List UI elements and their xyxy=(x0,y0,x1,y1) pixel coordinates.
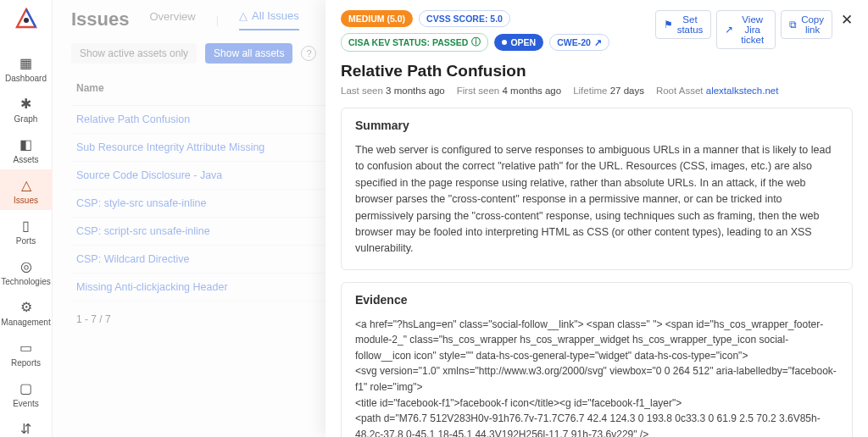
nav-label: Reports xyxy=(11,358,41,368)
nav-label: Technologies xyxy=(1,277,50,286)
tag-cwe[interactable]: CWE-20 ↗ xyxy=(549,34,609,51)
evidence-heading: Evidence xyxy=(342,283,852,317)
meta-label: Lifetime xyxy=(573,86,607,96)
meta-label: Last seen xyxy=(341,86,383,96)
set-status-button[interactable]: ⚑Set status xyxy=(655,10,712,39)
meta-value: 4 months ago xyxy=(502,86,561,96)
events-icon: ▢ xyxy=(18,379,35,396)
evidence-line: <title id="facebook-f1">facebook-f icon<… xyxy=(355,396,838,412)
tag-label: CWE-20 xyxy=(557,37,591,47)
tag-status: OPEN xyxy=(494,34,543,51)
btn-label: Copy link xyxy=(801,14,824,35)
reports-icon: ▭ xyxy=(18,339,35,356)
issue-link[interactable]: CSP: style-src unsafe-inline xyxy=(76,197,207,209)
ports-icon: ▯ xyxy=(18,217,35,234)
nav-assets[interactable]: ◧Assets xyxy=(0,129,53,169)
tag-severity: MEDIUM (5.0) xyxy=(341,10,413,27)
nav-management[interactable]: ⚙Management xyxy=(0,291,53,332)
issue-link[interactable]: Missing Anti-clickjacking Header xyxy=(76,281,228,293)
flag-icon: ⚑ xyxy=(664,19,673,30)
summary-heading: Summary xyxy=(342,108,852,142)
nav-reports[interactable]: ▭Reports xyxy=(0,332,53,373)
nav-label: Dashboard xyxy=(5,74,47,83)
root-asset-link[interactable]: alextalkstech.net xyxy=(706,86,779,96)
nav-events[interactable]: ▢Events xyxy=(0,373,53,413)
copy-icon: ⧉ xyxy=(789,19,797,30)
evidence-line: <a href="?hsLang=en" class="social-follo… xyxy=(355,317,838,364)
page-title: Issues xyxy=(71,8,130,30)
nav-technologies[interactable]: ◎Technologies xyxy=(0,251,53,291)
meta-value: 27 days xyxy=(610,86,644,96)
issue-link[interactable]: Sub Resource Integrity Attribute Missing xyxy=(76,141,264,153)
view-jira-button[interactable]: ↗View Jira ticket xyxy=(716,10,776,49)
nav-integrations[interactable]: ⇵Integrations xyxy=(0,413,53,437)
nav-label: Management xyxy=(1,318,50,327)
nav-label: Issues xyxy=(14,196,38,205)
evidence-line: <path d="M76.7 512V283H0v-91h76.7v-71.7C… xyxy=(355,411,838,437)
meta-label: First seen xyxy=(457,86,500,96)
tag-cvss: CVSS SCORE: 5.0 xyxy=(419,10,510,27)
warning-icon: △ xyxy=(239,9,248,22)
tech-icon: ◎ xyxy=(18,257,35,274)
help-icon[interactable]: ⓘ xyxy=(471,36,481,48)
evidence-body: <a href="?hsLang=en" class="social-follo… xyxy=(342,317,852,437)
issue-link[interactable]: CSP: script-src unsafe-inline xyxy=(76,225,210,237)
svg-point-0 xyxy=(24,18,29,23)
dashboard-icon: ▦ xyxy=(18,54,35,71)
evidence-line: <svg version="1.0" xmlns="http://www.w3.… xyxy=(355,363,838,395)
nav-ports[interactable]: ▯Ports xyxy=(0,210,53,251)
meta-value: 3 months ago xyxy=(386,86,445,96)
nav-sidebar: ▦Dashboard ✱Graph ◧Assets △Issues ▯Ports… xyxy=(0,0,53,437)
dot-icon xyxy=(502,40,507,45)
app-logo[interactable] xyxy=(12,7,41,32)
nav-label: Ports xyxy=(16,236,36,246)
divider: | xyxy=(216,14,219,26)
nav-label: Events xyxy=(13,399,39,408)
tag-cisa: CISA KEV STATUS: PASSED ⓘ xyxy=(341,33,488,52)
tag-row: MEDIUM (5.0) CVSS SCORE: 5.0 CISA KEV ST… xyxy=(341,10,655,52)
issue-title: Relative Path Confusion xyxy=(341,62,853,80)
tag-label: OPEN xyxy=(510,37,536,47)
tab-overview[interactable]: Overview xyxy=(150,10,196,30)
summary-card: Summary The web server is configured to … xyxy=(341,108,853,270)
issues-icon: △ xyxy=(18,176,35,193)
nav-issues[interactable]: △Issues xyxy=(0,169,53,210)
issue-link[interactable]: Source Code Disclosure - Java xyxy=(76,169,222,181)
nav-graph[interactable]: ✱Graph xyxy=(0,88,53,129)
meta-label: Root Asset xyxy=(656,86,704,96)
evidence-card: Evidence <a href="?hsLang=en" class="soc… xyxy=(341,282,853,437)
drawer-actions: ⚑Set status ↗View Jira ticket ⧉Copy link… xyxy=(655,10,853,49)
btn-label: Set status xyxy=(677,14,704,35)
external-link-icon: ↗ xyxy=(725,24,733,36)
tab-label: All Issues xyxy=(252,9,299,22)
issue-link[interactable]: Relative Path Confusion xyxy=(76,113,190,125)
gear-icon: ⚙ xyxy=(18,298,35,315)
tab-all-issues[interactable]: △All Issues xyxy=(239,9,299,30)
nav-dashboard[interactable]: ▦Dashboard xyxy=(0,47,53,88)
close-icon[interactable]: ✕ xyxy=(841,10,853,29)
nav-label: Graph xyxy=(14,114,38,124)
issue-drawer: MEDIUM (5.0) CVSS SCORE: 5.0 CISA KEV ST… xyxy=(326,0,868,437)
graph-icon: ✱ xyxy=(18,95,35,112)
tag-label: CISA KEV STATUS: PASSED xyxy=(348,37,468,47)
help-icon[interactable]: ? xyxy=(301,46,316,61)
col-label: Name xyxy=(76,82,104,94)
filter-show-all[interactable]: Show all assets xyxy=(205,43,292,64)
filter-active-assets[interactable]: Show active assets only xyxy=(71,43,197,64)
issue-link[interactable]: CSP: Wildcard Directive xyxy=(76,253,189,265)
external-link-icon: ↗ xyxy=(594,37,602,47)
nav-label: Assets xyxy=(13,155,38,164)
copy-link-button[interactable]: ⧉Copy link xyxy=(781,10,832,39)
assets-icon: ◧ xyxy=(18,136,35,152)
integrations-icon: ⇵ xyxy=(18,420,35,437)
summary-body: The web server is configured to serve re… xyxy=(342,142,852,269)
issue-meta: Last seen 3 months ago First seen 4 mont… xyxy=(341,86,853,96)
btn-label: View Jira ticket xyxy=(737,14,767,45)
